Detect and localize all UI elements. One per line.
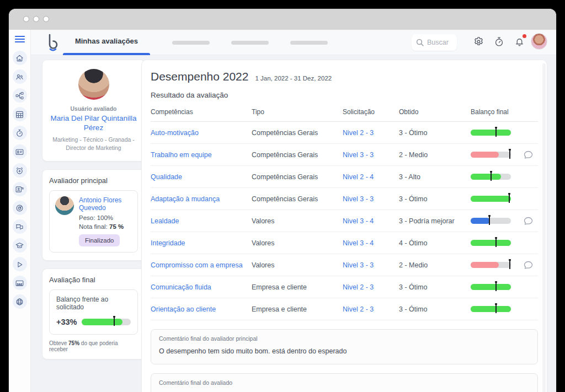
requested-level-link[interactable]: Nivel 2 - 3 (343, 305, 399, 313)
obtained-score: 3 - Ótimo (399, 129, 471, 137)
table-row: Comunicação fluida Empresa e cliente Niv… (151, 276, 538, 298)
sidebar-item-person-chat[interactable] (13, 182, 27, 196)
competency-link[interactable]: Trabalho em equipe (151, 151, 252, 159)
time-tracker-icon[interactable] (493, 35, 505, 47)
sidebar-item-calendar[interactable] (13, 107, 27, 121)
requested-level-link[interactable]: Nivel 3 - 4 (343, 239, 399, 247)
person-chat-icon (15, 185, 24, 194)
menu-icon[interactable] (15, 35, 25, 43)
evaluator-card-title: Avaliador principal (49, 176, 138, 185)
requested-level-link[interactable]: Nivel 3 - 3 (343, 151, 399, 159)
table-row: Auto-motivação Competências Gerais Nivel… (151, 122, 538, 144)
target-marker (509, 149, 510, 159)
alarm-icon (15, 166, 24, 175)
target-marker (495, 303, 497, 313)
maximize-window-button[interactable] (43, 16, 49, 22)
requested-level-link[interactable]: Nivel 2 - 3 (343, 129, 399, 137)
scrollbar[interactable] (542, 63, 546, 392)
table-row: Orientação ao cliente Empresa e cliente … (151, 298, 538, 320)
competency-link[interactable]: Adaptação à mudança (151, 195, 252, 203)
play-icon (15, 260, 24, 269)
sidebar-item-globe[interactable] (13, 294, 27, 309)
comment-bubble-icon[interactable] (524, 261, 533, 270)
competency-link[interactable]: Integridade (151, 239, 252, 247)
app-window: Minhas avaliações (9, 9, 556, 392)
sidebar-item-people[interactable] (13, 69, 27, 84)
evaluator-final-score: Nota final: 75 % (79, 223, 132, 230)
competency-link[interactable]: Auto-motivação (151, 129, 252, 137)
results-subtitle: Resultado da avaliação (151, 91, 538, 99)
sidebar-item-timer[interactable] (13, 126, 27, 140)
final-comment-box: Comentário final do avaliador principal … (151, 329, 538, 364)
sidebar-item-id-card[interactable] (13, 144, 27, 159)
requested-level-link[interactable]: Nivel 2 - 4 (343, 173, 399, 181)
search-input[interactable] (427, 39, 455, 46)
evaluation-period: 1 Jan, 2022 - 31 Dez, 2022 (255, 75, 332, 82)
people-icon (15, 72, 24, 82)
requested-level-link[interactable]: Nivel 2 - 3 (343, 283, 399, 291)
sidebar-item-chat-help[interactable] (13, 219, 27, 234)
sidebar-item-home[interactable] (13, 51, 27, 65)
tab-label: Minhas avaliações (75, 37, 138, 45)
competency-type: Valores (252, 261, 343, 269)
column-header-obtido: Obtido (399, 108, 471, 116)
competency-link[interactable]: Qualidade (151, 173, 252, 181)
sidebar-item-alarm[interactable] (13, 163, 27, 178)
settings-gear-icon[interactable] (472, 35, 484, 47)
user-avatar[interactable] (531, 33, 547, 50)
competency-link[interactable]: Comunicação fluida (151, 283, 252, 291)
graduation-icon (15, 241, 24, 250)
competency-link[interactable]: Orientação ao cliente (151, 305, 252, 313)
globe-icon (15, 297, 24, 307)
table-row: Qualidade Competências Gerais Nivel 2 - … (151, 166, 538, 188)
balance-box: Balanço frente ao solicitado +33% (49, 289, 138, 335)
comment-bubble-icon[interactable] (524, 217, 533, 225)
sidebar-item-audience[interactable] (13, 276, 27, 290)
column-header-tipo: Tipo (252, 108, 343, 116)
home-icon (15, 53, 24, 63)
competency-type: Competências Gerais (252, 173, 343, 181)
requested-level-link[interactable]: Nivel 3 - 3 (343, 195, 399, 203)
target-icon (15, 203, 24, 213)
comment-text: O desempenho tem sido muito bom. está de… (159, 347, 530, 355)
competency-link[interactable]: Compromisso com a empresa (151, 261, 252, 269)
main-evaluator-card: Avaliador principal Antonio Flores Queve… (42, 169, 145, 261)
competency-type: Empresa e cliente (252, 283, 343, 291)
sidebar-item-org-chart[interactable] (13, 88, 27, 103)
balance-bar (471, 196, 511, 202)
close-window-button[interactable] (23, 16, 29, 22)
sidebar-item-play[interactable] (13, 257, 27, 271)
balance-bar (471, 174, 511, 180)
target-marker (495, 281, 497, 291)
competency-link[interactable]: Lealdade (151, 217, 252, 225)
requested-level-link[interactable]: Nivel 3 - 3 (343, 261, 399, 269)
balance-bar (471, 152, 511, 158)
notifications-bell-icon[interactable] (513, 35, 525, 47)
minimize-window-button[interactable] (33, 16, 39, 22)
requested-level-link[interactable]: Nivel 3 - 4 (343, 217, 399, 225)
evaluator-detail: Antonio Flores Quevedo Peso: 100% Nota f… (49, 190, 138, 253)
balance-bar (471, 130, 511, 136)
search-box[interactable] (412, 34, 457, 51)
competency-type: Valores (252, 217, 343, 225)
evaluator-name[interactable]: Antonio Flores Quevedo (79, 196, 132, 212)
comment-bubble-icon[interactable] (524, 151, 533, 159)
competency-type: Competências Gerais (252, 195, 343, 203)
sidebar-item-graduation[interactable] (13, 238, 27, 253)
target-marker (509, 193, 510, 203)
sidebar-item-target[interactable] (13, 201, 27, 215)
calendar-icon (15, 110, 24, 119)
placeholder-tabs (172, 41, 328, 45)
column-header-competencias: Competências (151, 108, 252, 116)
column-header-solicitacao: Solicitação (343, 108, 399, 116)
evaluated-user-name[interactable]: Maria Del Pilar Quintanilla Pérez (49, 114, 138, 133)
comment-label: Comentário final do avaliador principal (159, 335, 530, 342)
tab-minhas-avaliacoes[interactable]: Minhas avaliações (55, 30, 158, 55)
obtained-score: 3 - Podría mejorar (399, 217, 471, 225)
evaluated-user-avatar (78, 69, 109, 100)
skeleton-tab (231, 41, 269, 45)
competency-type: Empresa e cliente (252, 305, 343, 313)
table-row: Lealdade Valores Nivel 3 - 4 3 - Podría … (151, 210, 538, 232)
sidebar-rail (9, 30, 31, 392)
skeleton-tab (290, 41, 328, 45)
